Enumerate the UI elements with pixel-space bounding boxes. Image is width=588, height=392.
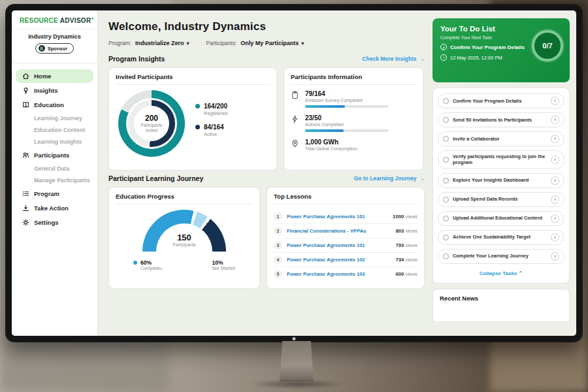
monitor-stand bbox=[280, 341, 314, 382]
clock-icon bbox=[440, 54, 447, 61]
task-item[interactable]: Upload Additional Educational Content › bbox=[438, 211, 564, 226]
check-more-insights-link[interactable]: Check More Insights → bbox=[362, 56, 425, 62]
lesson-link[interactable]: Power Purchase Agreements 101 bbox=[287, 242, 391, 248]
card-title: Participants Information bbox=[291, 73, 416, 85]
people-icon bbox=[22, 152, 29, 159]
section-title: Program Insights bbox=[108, 55, 165, 63]
sidebar-item-take-action[interactable]: Take Action bbox=[16, 201, 93, 215]
sidebar-item-insights[interactable]: Insights bbox=[16, 84, 93, 97]
sidebar-item-general-data[interactable]: General Data bbox=[12, 163, 97, 174]
task-checkbox[interactable] bbox=[443, 197, 449, 203]
chevron-right-icon[interactable]: › bbox=[551, 233, 559, 242]
legend-dot bbox=[195, 104, 200, 108]
sidebar-item-program[interactable]: Program bbox=[16, 187, 93, 201]
chevron-right-icon[interactable]: › bbox=[551, 252, 559, 261]
lesson-link[interactable]: Power Purchase Agreements 103 bbox=[287, 271, 391, 277]
legend-dot bbox=[133, 261, 137, 265]
todo-progress-value: 0/7 bbox=[542, 42, 552, 50]
task-checkbox[interactable] bbox=[443, 178, 449, 184]
sponsor-badge[interactable]: Sponsor bbox=[35, 43, 74, 54]
sidebar-item-label: Insights bbox=[34, 87, 57, 94]
lesson-link[interactable]: Financial Considerations - VPPAs bbox=[287, 228, 391, 234]
task-item[interactable]: Achieve One Sustainability Target › bbox=[438, 230, 564, 245]
power-led bbox=[293, 337, 296, 340]
sidebar-item-home[interactable]: Home bbox=[16, 69, 93, 83]
task-label: Explore Your Insights Dashboard bbox=[453, 177, 547, 183]
task-label: Upload Additional Educational Content bbox=[453, 215, 547, 221]
lesson-row: 1 Power Purchase Agreements 101 1000 vie… bbox=[274, 210, 417, 224]
participants-select-value: Only My Participants bbox=[240, 40, 299, 46]
lesson-row: 4 Power Purchase Agreements 102 734 view… bbox=[274, 253, 417, 267]
gear-icon bbox=[22, 219, 29, 226]
task-checkbox[interactable] bbox=[443, 157, 449, 163]
logo-secondary: ADVISOR bbox=[60, 17, 91, 24]
lesson-views: 600 bbox=[395, 271, 404, 277]
link-label: Check More Insights bbox=[362, 56, 416, 62]
task-checkbox[interactable] bbox=[443, 216, 449, 221]
task-checkbox[interactable] bbox=[443, 98, 449, 104]
task-label: Confirm Your Program Details bbox=[453, 98, 547, 104]
stat-label: Emission Survey Completed bbox=[305, 98, 389, 103]
sidebar-item-participants[interactable]: Participants bbox=[16, 148, 93, 162]
lesson-views: 734 bbox=[395, 257, 404, 263]
monitor-bezel: RESOURCE ADVISOR+ Industry Dynamics Spon… bbox=[5, 4, 583, 342]
task-checkbox[interactable] bbox=[443, 235, 449, 240]
tasks-list-card: Confirm Your Program Details › Send 50 I… bbox=[433, 88, 570, 284]
legend-label: Completed bbox=[140, 266, 163, 270]
chevron-right-icon[interactable]: › bbox=[551, 155, 559, 164]
sidebar-item-education-content[interactable]: Education Content bbox=[12, 124, 97, 136]
task-item[interactable]: Verify participants requesting to join t… bbox=[438, 150, 564, 169]
chevron-right-icon[interactable]: › bbox=[551, 135, 559, 143]
task-checkbox[interactable] bbox=[443, 117, 449, 123]
legend-label: Not Started bbox=[212, 266, 235, 270]
top-lessons-card: Top Lessons 1 Power Purchase Agreements … bbox=[267, 187, 425, 289]
sidebar-item-settings[interactable]: Settings bbox=[16, 216, 93, 229]
task-item[interactable]: Complete Your Learning Journey › bbox=[438, 249, 564, 264]
collapse-tasks-link[interactable]: Collapse Tasks ⌃ bbox=[438, 268, 564, 280]
chevron-right-icon[interactable]: › bbox=[551, 116, 559, 124]
participants-select[interactable]: Only My Participants ▾ bbox=[240, 40, 304, 46]
go-to-learning-journey-link[interactable]: Go to Learning Journey → bbox=[354, 175, 425, 182]
legend-value: 84/164 bbox=[204, 123, 224, 131]
stat-emission-survey: 79/164 Emission Survey Completed bbox=[291, 90, 416, 108]
logo-primary: RESOURCE bbox=[20, 17, 58, 24]
chevron-right-icon[interactable]: › bbox=[551, 97, 559, 105]
donut-chart-area: 200 Participants Invited 164/200 Registe bbox=[116, 90, 270, 157]
lesson-row: 5 Power Purchase Agreements 103 600 view… bbox=[274, 267, 417, 281]
chevron-right-icon[interactable]: › bbox=[551, 176, 559, 185]
logo-plus: + bbox=[91, 16, 93, 21]
donut-center: 200 Participants Invited bbox=[134, 106, 169, 141]
lesson-link[interactable]: Power Purchase Agreements 101 bbox=[287, 214, 388, 220]
sidebar-item-manage-participants[interactable]: Manage Participants bbox=[12, 174, 97, 186]
task-checkbox[interactable] bbox=[443, 253, 449, 259]
arrow-right-icon: → bbox=[419, 56, 425, 62]
sidebar-item-education[interactable]: Education bbox=[16, 98, 93, 112]
legend-dot bbox=[195, 125, 200, 129]
task-item[interactable]: Confirm Your Program Details › bbox=[438, 93, 564, 108]
views-suffix: views bbox=[404, 257, 417, 263]
program-select[interactable]: Industrialize Zero ▾ bbox=[135, 40, 189, 46]
sidebar-item-learning-journey[interactable]: Learning Journey bbox=[12, 112, 97, 124]
invited-participants-card: Invited Participants 200 Participants In… bbox=[108, 67, 277, 171]
chevron-right-icon[interactable]: › bbox=[551, 195, 559, 204]
stat-value: 23/50 bbox=[305, 114, 389, 122]
stat-value: 1,000 GWh bbox=[305, 139, 357, 146]
lesson-link[interactable]: Power Purchase Agreements 102 bbox=[287, 257, 391, 263]
task-item[interactable]: Upload Spend Data Records › bbox=[438, 192, 564, 207]
participants-information-card: Participants Information 79/164 Emission… bbox=[284, 67, 423, 171]
stat-label: Total Global Consumption bbox=[305, 146, 357, 151]
sidebar-item-learning-insights[interactable]: Learning Insights bbox=[12, 136, 97, 148]
task-item[interactable]: Send 50 Invitations to Participants › bbox=[438, 112, 564, 127]
task-item[interactable]: Explore Your Insights Dashboard › bbox=[438, 173, 564, 188]
sidebar-item-label: Education bbox=[34, 101, 64, 108]
donut-center-value: 200 bbox=[145, 114, 158, 123]
task-label: Upload Spend Data Records bbox=[453, 196, 547, 202]
task-item[interactable]: Invite a Collaborator › bbox=[438, 131, 564, 146]
task-checkbox[interactable] bbox=[443, 136, 449, 142]
card-title: Top Lessons bbox=[274, 193, 417, 204]
lesson-row: 2 Financial Considerations - VPPAs 803 v… bbox=[274, 224, 417, 238]
chevron-right-icon[interactable]: › bbox=[551, 214, 559, 223]
dashboard-screen: RESOURCE ADVISOR+ Industry Dynamics Spon… bbox=[12, 10, 576, 336]
divider bbox=[12, 63, 97, 63]
gauge-center-label: Participants bbox=[172, 242, 196, 247]
